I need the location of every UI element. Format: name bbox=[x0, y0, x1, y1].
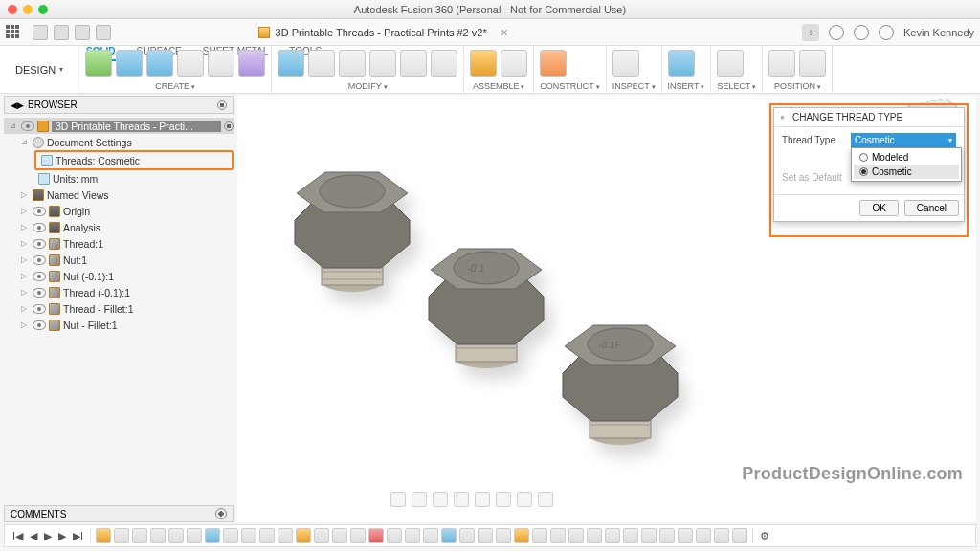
timeline-play-icon[interactable]: ▶ bbox=[56, 530, 68, 542]
measure-icon[interactable] bbox=[612, 50, 639, 77]
timeline-feature[interactable] bbox=[696, 528, 711, 543]
revolve-icon[interactable] bbox=[177, 50, 204, 77]
tree-item-analysis[interactable]: ▷ Analysis bbox=[4, 219, 234, 235]
tree-units[interactable]: Units: mm bbox=[4, 170, 234, 187]
activate-icon[interactable] bbox=[224, 121, 234, 131]
inspect-group-label[interactable]: INSPECT bbox=[612, 79, 656, 93]
insert-icon[interactable] bbox=[668, 50, 695, 77]
option-cosmetic[interactable]: Cosmetic bbox=[854, 165, 959, 179]
timeline-feature[interactable] bbox=[132, 528, 147, 543]
modify-group-label[interactable]: MODIFY bbox=[278, 79, 457, 93]
document-tab[interactable]: 3D Printable Threads - Practical Prints … bbox=[258, 25, 508, 40]
timeline-feature[interactable] bbox=[659, 528, 675, 543]
zoom-icon[interactable] bbox=[433, 492, 448, 507]
visibility-icon[interactable] bbox=[33, 304, 46, 314]
comments-panel-header[interactable]: COMMENTS bbox=[4, 505, 234, 522]
tree-item-thread-neg[interactable]: ▷ Thread (-0.1):1 bbox=[4, 284, 234, 300]
tree-item-nut-fillet[interactable]: ▷ Nut - Fillet:1 bbox=[4, 317, 234, 333]
assemble-group-label[interactable]: ASSEMBLE bbox=[470, 79, 527, 93]
construct-group-label[interactable]: CONSTRUCT bbox=[540, 79, 599, 93]
extensions-icon[interactable] bbox=[829, 25, 844, 40]
timeline-feature[interactable] bbox=[241, 528, 256, 543]
tree-root[interactable]: ⊿ 3D Printable Threads - Practi... bbox=[4, 118, 234, 134]
timeline-feature[interactable] bbox=[405, 528, 420, 543]
browser-options-icon[interactable] bbox=[217, 100, 227, 110]
thread-type-dropdown[interactable]: Cosmetic Modeled Cosmetic bbox=[851, 133, 956, 147]
collapse-icon[interactable]: ● bbox=[780, 113, 789, 121]
timeline-feature[interactable] bbox=[568, 528, 584, 543]
option-modeled[interactable]: Modeled bbox=[854, 150, 959, 165]
bolt-model-3[interactable]: -0.1F bbox=[534, 287, 706, 459]
timeline-feature[interactable] bbox=[678, 528, 693, 543]
timeline-feature[interactable] bbox=[478, 528, 493, 543]
timeline-feature[interactable] bbox=[259, 528, 275, 543]
timeline-feature[interactable] bbox=[314, 528, 329, 543]
select-icon[interactable] bbox=[717, 50, 744, 77]
timeline-feature[interactable] bbox=[605, 528, 620, 543]
timeline-end-icon[interactable]: ▶I bbox=[71, 530, 85, 542]
visibility-icon[interactable] bbox=[33, 272, 46, 281]
workspace-switcher[interactable]: DESIGN bbox=[0, 46, 79, 93]
timeline-feature[interactable] bbox=[441, 528, 457, 543]
browser-header[interactable]: ◀▶ BROWSER bbox=[4, 96, 234, 114]
shell-icon[interactable] bbox=[339, 50, 366, 77]
capture-icon[interactable] bbox=[799, 50, 826, 77]
redo-icon[interactable] bbox=[96, 25, 111, 40]
orbit-icon[interactable] bbox=[390, 492, 406, 507]
timeline-feature[interactable] bbox=[459, 528, 475, 543]
timeline-feature[interactable] bbox=[532, 528, 547, 543]
hole-icon[interactable] bbox=[208, 50, 234, 77]
file-menu-icon[interactable] bbox=[33, 25, 48, 40]
timeline-feature[interactable] bbox=[496, 528, 511, 543]
position-icon[interactable] bbox=[768, 50, 795, 77]
timeline-feature[interactable] bbox=[732, 528, 747, 543]
tree-item-thread1[interactable]: ▷ Thread:1 bbox=[4, 235, 234, 252]
select-group-label[interactable]: SELECT bbox=[717, 79, 756, 93]
insert-group-label[interactable]: INSERT bbox=[668, 79, 705, 93]
fit-icon[interactable] bbox=[454, 492, 469, 507]
help-icon[interactable] bbox=[854, 25, 869, 40]
tree-item-origin[interactable]: ▷ Origin bbox=[4, 203, 234, 219]
cancel-button[interactable]: Cancel bbox=[904, 200, 959, 216]
align-icon[interactable] bbox=[400, 50, 427, 77]
timeline-feature[interactable] bbox=[368, 528, 384, 543]
tree-threads-setting[interactable]: Threads: Cosmetic bbox=[37, 152, 231, 168]
form-icon[interactable] bbox=[238, 50, 265, 77]
combine-icon[interactable] bbox=[369, 50, 396, 77]
plane-icon[interactable] bbox=[540, 50, 567, 77]
timeline-feature[interactable] bbox=[96, 528, 111, 543]
dialog-title-bar[interactable]: ● CHANGE THREAD TYPE bbox=[774, 108, 964, 127]
display-icon[interactable] bbox=[496, 492, 511, 507]
visibility-icon[interactable] bbox=[33, 320, 46, 330]
user-avatar-icon[interactable] bbox=[879, 25, 894, 40]
timeline-settings-icon[interactable]: ⚙ bbox=[758, 530, 771, 542]
timeline-feature[interactable] bbox=[332, 528, 347, 543]
grid-icon[interactable] bbox=[517, 492, 532, 507]
timeline-feature[interactable] bbox=[168, 528, 184, 543]
fillet-icon[interactable] bbox=[308, 50, 335, 77]
timeline-feature[interactable] bbox=[350, 528, 366, 543]
create-group-label[interactable]: CREATE bbox=[85, 79, 265, 93]
timeline-feature[interactable] bbox=[714, 528, 729, 543]
new-tab-button[interactable]: + bbox=[802, 24, 819, 41]
pan-icon[interactable] bbox=[412, 492, 427, 507]
timeline-feature[interactable] bbox=[150, 528, 166, 543]
move-icon[interactable] bbox=[431, 50, 457, 77]
visibility-icon[interactable] bbox=[21, 121, 34, 131]
timeline-feature[interactable] bbox=[187, 528, 202, 543]
timeline-start-icon[interactable]: I◀ bbox=[11, 530, 25, 542]
save-icon[interactable] bbox=[54, 25, 69, 40]
tree-doc-settings[interactable]: ⊿ Document Settings bbox=[4, 134, 234, 150]
collapse-icon[interactable]: ◀▶ bbox=[11, 100, 24, 110]
viewport-icon[interactable] bbox=[538, 492, 553, 507]
timeline-feature[interactable] bbox=[514, 528, 529, 543]
visibility-icon[interactable] bbox=[33, 288, 46, 298]
timeline-fwd-icon[interactable]: ▶ bbox=[42, 530, 54, 542]
timeline-feature[interactable] bbox=[205, 528, 220, 543]
timeline-feature[interactable] bbox=[423, 528, 438, 543]
position-group-label[interactable]: POSITION bbox=[768, 79, 826, 93]
visibility-icon[interactable] bbox=[33, 207, 46, 216]
close-tab-icon[interactable]: × bbox=[501, 25, 508, 40]
tree-named-views[interactable]: ▷ Named Views bbox=[4, 187, 234, 203]
joint-icon[interactable] bbox=[501, 50, 527, 77]
